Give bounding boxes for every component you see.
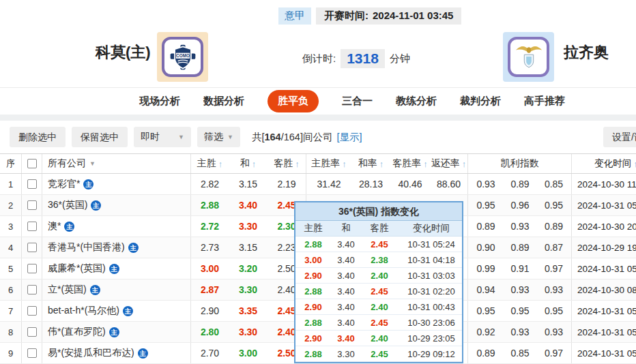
odds-draw[interactable]: 3.30 (229, 322, 268, 342)
tab-1[interactable]: 现场分析 (139, 95, 180, 108)
sort-asc-icon: ↑ (342, 159, 347, 169)
away-team-badge (503, 32, 554, 82)
odds-home[interactable]: 2.70 (191, 343, 229, 363)
odds-home[interactable]: 2.80 (191, 322, 229, 342)
settings-button[interactable]: 设置/说明 (603, 127, 636, 147)
header-away-rate[interactable]: 客胜率↑ (390, 154, 430, 173)
section-divider (0, 115, 636, 121)
row-checkbox-cell (22, 237, 42, 258)
league-tag[interactable]: 意甲 (278, 7, 311, 25)
company-link[interactable]: 易*(安提瓜和巴布达) (48, 347, 134, 359)
odds-draw[interactable]: 3.30 (229, 279, 268, 300)
company-link[interactable]: 香港马*(中国香港) (48, 241, 125, 254)
row-checkbox[interactable] (27, 222, 37, 231)
kelly-draw: 0.85 (504, 343, 536, 363)
tab-6[interactable]: 裁判分析 (460, 95, 501, 108)
row-checkbox[interactable] (27, 348, 37, 358)
company-link[interactable]: 伟*(直布罗陀) (48, 326, 106, 338)
kelly-away: 0.95 (536, 301, 572, 321)
popup-row: 2.883.402.4510-31 02:20 (295, 284, 462, 299)
time-mode-dropdown[interactable]: 即时▼ (134, 127, 191, 147)
popup-row: 2.883.402.4510-31 05:24 (295, 237, 462, 252)
popup-home-odds: 2.88 (295, 286, 331, 297)
header-home-rate[interactable]: 主胜率↑ (306, 154, 351, 173)
odds-draw[interactable]: 3.15 (229, 237, 268, 258)
delete-selected-button[interactable]: 删除选中 (10, 127, 66, 147)
tab-3[interactable]: 胜平负 (268, 90, 319, 112)
tab-5[interactable]: 教练分析 (396, 95, 437, 108)
home-rate: 31.42 (306, 174, 351, 194)
odds-home[interactable]: 2.90 (191, 301, 229, 321)
company-link[interactable]: 澳* (48, 220, 61, 232)
company-link[interactable]: 36*(英国) (48, 199, 87, 211)
odds-table-header: 序 所有公司▼ 主胜↑ 和↑ 客胜↑ 主胜率↑ 和率↑ 客胜率↑ 返还率↑ 凯利… (0, 153, 636, 174)
kickoff-label: 开赛时间: (324, 10, 368, 21)
popup-change-time: 10-31 02:20 (398, 286, 462, 297)
company-link[interactable]: 立*(英国) (48, 284, 87, 296)
header-away-odds[interactable]: 客胜↑ (268, 154, 306, 173)
kickoff-time: 开赛时间:2024-11-01 03:45 (316, 7, 461, 25)
company-link[interactable]: bet-at-h*(马尔他) (48, 305, 119, 317)
row-checkbox[interactable] (27, 179, 37, 189)
odds-home[interactable]: 3.00 (191, 258, 229, 279)
odds-home[interactable]: 2.87 (191, 279, 229, 300)
odds-home[interactable]: 2.82 (191, 174, 229, 194)
time-mode-value: 即时 (141, 131, 160, 143)
popup-row: 2.903.402.4010-29 23:05 (295, 331, 462, 346)
odds-home[interactable]: 2.73 (191, 237, 229, 258)
header-home-odds[interactable]: 主胜↑ (191, 154, 229, 173)
show-link[interactable]: [显示] (336, 132, 362, 142)
row-checkbox[interactable] (27, 200, 37, 210)
toolbar: 删除选中 保留选中 即时▼ 筛选▼ 共[164/164]间公司[显示] 设置/说… (0, 121, 636, 153)
header-away-rate-label: 客胜率 (392, 157, 421, 170)
count-prefix: 共[ (252, 132, 265, 142)
row-seq: 7 (0, 301, 22, 321)
keep-selected-button[interactable]: 保留选中 (72, 127, 128, 147)
odds-draw[interactable]: 3.30 (229, 216, 268, 237)
row-checkbox[interactable] (27, 327, 37, 337)
filter-dropdown[interactable]: 筛选▼ (197, 127, 240, 147)
chevron-down-icon: ▼ (227, 134, 233, 140)
kelly-away: 0.97 (536, 343, 572, 363)
company-link[interactable]: 竞彩官* (48, 178, 80, 190)
kelly-draw: 0.93 (504, 322, 536, 342)
popup-draw-odds: 3.40 (331, 239, 361, 249)
odds-away[interactable]: 2.19 (268, 174, 306, 194)
row-checkbox[interactable] (27, 285, 37, 294)
header-change-time[interactable]: 变化时间↑ (572, 154, 636, 173)
tab-4[interactable]: 三合一 (342, 95, 373, 108)
company-cell: 36*(英国)主 (42, 195, 191, 215)
row-checkbox[interactable] (27, 243, 37, 252)
odds-home[interactable]: 2.88 (191, 195, 229, 215)
change-time: 2024-10-31 05:39 (572, 343, 636, 363)
change-time: 2024-10-30 11:02 (572, 174, 636, 194)
odds-draw[interactable]: 3.40 (229, 195, 268, 215)
tab-7[interactable]: 高手推荐 (524, 95, 565, 108)
popup-header-time: 变化时间 (398, 222, 462, 234)
popup-home-odds: 2.90 (295, 302, 331, 312)
popup-home-odds: 2.88 (295, 318, 331, 328)
company-count: 共[164/164]间公司[显示] (252, 131, 362, 144)
header-home-label: 主胜 (197, 157, 216, 170)
popup-home-odds: 2.88 (295, 349, 331, 359)
select-all-checkbox[interactable] (27, 159, 37, 168)
row-checkbox-cell (22, 343, 42, 363)
tab-2[interactable]: 数据分析 (203, 95, 244, 108)
odds-draw[interactable]: 3.00 (229, 343, 268, 363)
row-checkbox[interactable] (27, 264, 37, 273)
odds-draw[interactable]: 3.35 (229, 301, 268, 321)
header-return-rate[interactable]: 返还率↑ (430, 154, 468, 173)
odds-draw[interactable]: 3.20 (229, 258, 268, 279)
popup-away-odds: 2.40 (361, 302, 398, 312)
kelly-away: 0.97 (536, 258, 572, 279)
row-checkbox[interactable] (27, 306, 37, 316)
header-company[interactable]: 所有公司▼ (42, 154, 191, 173)
row-seq: 8 (0, 322, 22, 342)
odds-home[interactable]: 2.72 (191, 216, 229, 237)
popup-draw-odds: 3.30 (331, 349, 361, 359)
header-draw-rate[interactable]: 和率↑ (351, 154, 390, 173)
sort-asc-icon: ↑ (423, 159, 428, 169)
company-link[interactable]: 威廉希*(英国) (48, 262, 106, 275)
odds-draw[interactable]: 3.15 (229, 174, 268, 194)
header-draw-odds[interactable]: 和↑ (229, 154, 268, 173)
